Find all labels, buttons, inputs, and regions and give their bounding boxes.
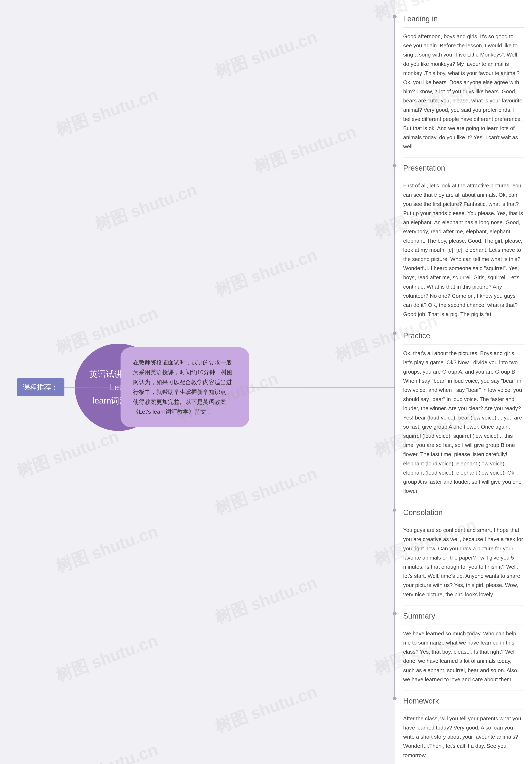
- section-content-summary: We have learned so much today. Who can h…: [403, 629, 524, 690]
- course-label: 课程推荐：: [17, 378, 65, 396]
- section-title-practice: Practice: [403, 325, 524, 344]
- description-bubble: 在教师资格证面试时，试讲的要求一般为采用英语授课，时间约10分钟，树图网认为，如…: [120, 347, 250, 427]
- section-content-leading-in: Good afternoon, boys and girls. It's so …: [403, 32, 524, 157]
- section-presentation: PresentationFirst of all, let's look at …: [403, 157, 524, 325]
- page-container: Leading inGood afternoon, boys and girls…: [0, 0, 532, 764]
- section-content-practice: Ok, that's all about the pictures. Boys …: [403, 349, 524, 502]
- section-title-summary: Summary: [403, 606, 524, 625]
- description-text: 在教师资格证面试时，试讲的要求一般为采用英语授课，时间约10分钟，树图网认为，如…: [133, 359, 233, 415]
- section-title-presentation: Presentation: [403, 157, 524, 177]
- section-content-homework: After the class, will you tell your pare…: [403, 714, 524, 764]
- section-title-leading-in: Leading in: [403, 8, 524, 28]
- right-panel: Leading inGood afternoon, boys and girls…: [395, 0, 532, 764]
- label-connector: [65, 387, 75, 388]
- section-consolation: ConsolationYou guys are so confident and…: [403, 502, 524, 605]
- section-content-presentation: First of all, let's look at the attracti…: [403, 181, 524, 325]
- section-title-homework: Homework: [403, 690, 524, 710]
- section-practice: PracticeOk, that's all about the picture…: [403, 325, 524, 502]
- section-content-consolation: You guys are so confident and smart. I h…: [403, 525, 524, 605]
- section-homework: HomeworkAfter the class, will you tell y…: [403, 690, 524, 764]
- section-leading-in: Leading inGood afternoon, boys and girls…: [403, 8, 524, 157]
- section-title-consolation: Consolation: [403, 502, 524, 521]
- course-label-text: 课程推荐：: [23, 383, 58, 391]
- section-summary: SummaryWe have learned so much today. Wh…: [403, 605, 524, 690]
